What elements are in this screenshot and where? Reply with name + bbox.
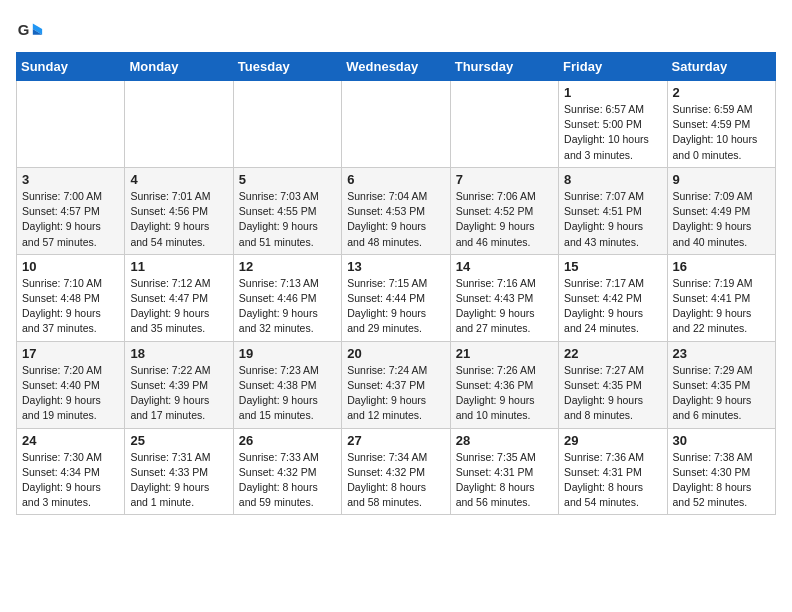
calendar-cell: 11Sunrise: 7:12 AM Sunset: 4:47 PM Dayli… (125, 254, 233, 341)
calendar-cell (233, 81, 341, 168)
day-info: Sunrise: 7:00 AM Sunset: 4:57 PM Dayligh… (22, 189, 119, 250)
day-info: Sunrise: 7:27 AM Sunset: 4:35 PM Dayligh… (564, 363, 661, 424)
day-number: 2 (673, 85, 770, 100)
col-header-monday: Monday (125, 53, 233, 81)
day-info: Sunrise: 7:30 AM Sunset: 4:34 PM Dayligh… (22, 450, 119, 511)
day-info: Sunrise: 7:09 AM Sunset: 4:49 PM Dayligh… (673, 189, 770, 250)
day-info: Sunrise: 7:22 AM Sunset: 4:39 PM Dayligh… (130, 363, 227, 424)
day-number: 26 (239, 433, 336, 448)
calendar-cell (342, 81, 450, 168)
calendar-week-row: 17Sunrise: 7:20 AM Sunset: 4:40 PM Dayli… (17, 341, 776, 428)
calendar-cell: 22Sunrise: 7:27 AM Sunset: 4:35 PM Dayli… (559, 341, 667, 428)
calendar-cell: 18Sunrise: 7:22 AM Sunset: 4:39 PM Dayli… (125, 341, 233, 428)
day-number: 9 (673, 172, 770, 187)
day-info: Sunrise: 6:59 AM Sunset: 4:59 PM Dayligh… (673, 102, 770, 163)
day-number: 12 (239, 259, 336, 274)
calendar-week-row: 1Sunrise: 6:57 AM Sunset: 5:00 PM Daylig… (17, 81, 776, 168)
col-header-saturday: Saturday (667, 53, 775, 81)
day-info: Sunrise: 6:57 AM Sunset: 5:00 PM Dayligh… (564, 102, 661, 163)
calendar-cell: 8Sunrise: 7:07 AM Sunset: 4:51 PM Daylig… (559, 167, 667, 254)
day-number: 18 (130, 346, 227, 361)
calendar-cell: 20Sunrise: 7:24 AM Sunset: 4:37 PM Dayli… (342, 341, 450, 428)
calendar-cell: 29Sunrise: 7:36 AM Sunset: 4:31 PM Dayli… (559, 428, 667, 515)
calendar-cell (17, 81, 125, 168)
day-info: Sunrise: 7:26 AM Sunset: 4:36 PM Dayligh… (456, 363, 553, 424)
day-number: 8 (564, 172, 661, 187)
calendar-cell: 28Sunrise: 7:35 AM Sunset: 4:31 PM Dayli… (450, 428, 558, 515)
day-info: Sunrise: 7:16 AM Sunset: 4:43 PM Dayligh… (456, 276, 553, 337)
calendar-cell: 19Sunrise: 7:23 AM Sunset: 4:38 PM Dayli… (233, 341, 341, 428)
day-number: 3 (22, 172, 119, 187)
day-info: Sunrise: 7:23 AM Sunset: 4:38 PM Dayligh… (239, 363, 336, 424)
day-info: Sunrise: 7:17 AM Sunset: 4:42 PM Dayligh… (564, 276, 661, 337)
calendar-cell: 14Sunrise: 7:16 AM Sunset: 4:43 PM Dayli… (450, 254, 558, 341)
calendar-cell: 16Sunrise: 7:19 AM Sunset: 4:41 PM Dayli… (667, 254, 775, 341)
calendar-cell: 21Sunrise: 7:26 AM Sunset: 4:36 PM Dayli… (450, 341, 558, 428)
page-header: G (16, 16, 776, 44)
calendar-cell: 13Sunrise: 7:15 AM Sunset: 4:44 PM Dayli… (342, 254, 450, 341)
col-header-wednesday: Wednesday (342, 53, 450, 81)
day-number: 14 (456, 259, 553, 274)
day-info: Sunrise: 7:24 AM Sunset: 4:37 PM Dayligh… (347, 363, 444, 424)
calendar-cell: 6Sunrise: 7:04 AM Sunset: 4:53 PM Daylig… (342, 167, 450, 254)
calendar-cell: 15Sunrise: 7:17 AM Sunset: 4:42 PM Dayli… (559, 254, 667, 341)
day-number: 25 (130, 433, 227, 448)
calendar-cell: 4Sunrise: 7:01 AM Sunset: 4:56 PM Daylig… (125, 167, 233, 254)
calendar-cell: 17Sunrise: 7:20 AM Sunset: 4:40 PM Dayli… (17, 341, 125, 428)
day-number: 20 (347, 346, 444, 361)
day-info: Sunrise: 7:10 AM Sunset: 4:48 PM Dayligh… (22, 276, 119, 337)
day-number: 28 (456, 433, 553, 448)
calendar-cell: 27Sunrise: 7:34 AM Sunset: 4:32 PM Dayli… (342, 428, 450, 515)
day-number: 21 (456, 346, 553, 361)
day-number: 6 (347, 172, 444, 187)
calendar-week-row: 3Sunrise: 7:00 AM Sunset: 4:57 PM Daylig… (17, 167, 776, 254)
day-info: Sunrise: 7:38 AM Sunset: 4:30 PM Dayligh… (673, 450, 770, 511)
calendar-cell: 3Sunrise: 7:00 AM Sunset: 4:57 PM Daylig… (17, 167, 125, 254)
day-number: 13 (347, 259, 444, 274)
svg-text:G: G (18, 21, 30, 38)
calendar-cell: 12Sunrise: 7:13 AM Sunset: 4:46 PM Dayli… (233, 254, 341, 341)
day-info: Sunrise: 7:03 AM Sunset: 4:55 PM Dayligh… (239, 189, 336, 250)
calendar-header-row: SundayMondayTuesdayWednesdayThursdayFrid… (17, 53, 776, 81)
day-number: 7 (456, 172, 553, 187)
day-info: Sunrise: 7:33 AM Sunset: 4:32 PM Dayligh… (239, 450, 336, 511)
day-info: Sunrise: 7:15 AM Sunset: 4:44 PM Dayligh… (347, 276, 444, 337)
calendar-cell: 26Sunrise: 7:33 AM Sunset: 4:32 PM Dayli… (233, 428, 341, 515)
calendar-cell: 1Sunrise: 6:57 AM Sunset: 5:00 PM Daylig… (559, 81, 667, 168)
day-info: Sunrise: 7:35 AM Sunset: 4:31 PM Dayligh… (456, 450, 553, 511)
calendar-cell: 10Sunrise: 7:10 AM Sunset: 4:48 PM Dayli… (17, 254, 125, 341)
calendar-cell: 23Sunrise: 7:29 AM Sunset: 4:35 PM Dayli… (667, 341, 775, 428)
day-number: 16 (673, 259, 770, 274)
calendar-table: SundayMondayTuesdayWednesdayThursdayFrid… (16, 52, 776, 515)
day-info: Sunrise: 7:31 AM Sunset: 4:33 PM Dayligh… (130, 450, 227, 511)
day-info: Sunrise: 7:13 AM Sunset: 4:46 PM Dayligh… (239, 276, 336, 337)
day-number: 22 (564, 346, 661, 361)
col-header-tuesday: Tuesday (233, 53, 341, 81)
col-header-thursday: Thursday (450, 53, 558, 81)
day-number: 17 (22, 346, 119, 361)
calendar-cell: 7Sunrise: 7:06 AM Sunset: 4:52 PM Daylig… (450, 167, 558, 254)
day-number: 29 (564, 433, 661, 448)
day-number: 10 (22, 259, 119, 274)
day-info: Sunrise: 7:12 AM Sunset: 4:47 PM Dayligh… (130, 276, 227, 337)
calendar-cell (450, 81, 558, 168)
calendar-cell: 9Sunrise: 7:09 AM Sunset: 4:49 PM Daylig… (667, 167, 775, 254)
col-header-friday: Friday (559, 53, 667, 81)
calendar-cell: 24Sunrise: 7:30 AM Sunset: 4:34 PM Dayli… (17, 428, 125, 515)
day-info: Sunrise: 7:34 AM Sunset: 4:32 PM Dayligh… (347, 450, 444, 511)
day-number: 11 (130, 259, 227, 274)
day-info: Sunrise: 7:20 AM Sunset: 4:40 PM Dayligh… (22, 363, 119, 424)
calendar-cell: 30Sunrise: 7:38 AM Sunset: 4:30 PM Dayli… (667, 428, 775, 515)
day-info: Sunrise: 7:29 AM Sunset: 4:35 PM Dayligh… (673, 363, 770, 424)
day-info: Sunrise: 7:01 AM Sunset: 4:56 PM Dayligh… (130, 189, 227, 250)
day-number: 30 (673, 433, 770, 448)
day-number: 19 (239, 346, 336, 361)
day-number: 5 (239, 172, 336, 187)
day-info: Sunrise: 7:19 AM Sunset: 4:41 PM Dayligh… (673, 276, 770, 337)
calendar-cell (125, 81, 233, 168)
day-number: 4 (130, 172, 227, 187)
calendar-week-row: 10Sunrise: 7:10 AM Sunset: 4:48 PM Dayli… (17, 254, 776, 341)
day-info: Sunrise: 7:04 AM Sunset: 4:53 PM Dayligh… (347, 189, 444, 250)
day-info: Sunrise: 7:36 AM Sunset: 4:31 PM Dayligh… (564, 450, 661, 511)
calendar-cell: 2Sunrise: 6:59 AM Sunset: 4:59 PM Daylig… (667, 81, 775, 168)
